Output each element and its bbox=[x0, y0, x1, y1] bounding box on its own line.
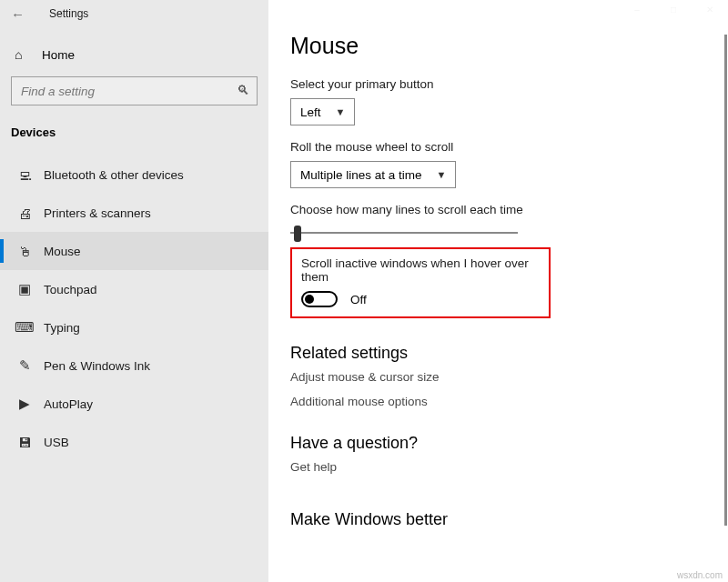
make-better-heading: Make Windows better bbox=[290, 510, 728, 529]
sidebar-item-label: Printers & scanners bbox=[44, 206, 151, 220]
home-icon: ⌂ bbox=[15, 47, 35, 62]
touchpad-icon: ▣ bbox=[15, 281, 35, 297]
sidebar-item-label: Pen & Windows Ink bbox=[44, 359, 150, 373]
link-additional-mouse[interactable]: Additional mouse options bbox=[290, 395, 728, 408]
question-heading: Have a question? bbox=[290, 434, 728, 453]
wheel-scroll-block: Roll the mouse wheel to scroll Multiple … bbox=[290, 140, 728, 188]
autoplay-icon: ▶ bbox=[15, 396, 35, 412]
wheel-scroll-label: Roll the mouse wheel to scroll bbox=[290, 140, 728, 154]
home-button[interactable]: ⌂ Home bbox=[0, 36, 268, 73]
sidebar-item-typing[interactable]: ⌨ Typing bbox=[0, 308, 268, 346]
app-title: Settings bbox=[49, 7, 88, 20]
nav-list: 💻︎ Bluetooth & other devices 🖨︎ Printers… bbox=[0, 156, 268, 461]
sidebar-item-usb[interactable]: 💾︎ USB bbox=[0, 423, 268, 461]
page-title: Mouse bbox=[290, 33, 728, 59]
search-container: 🔍︎ bbox=[0, 73, 268, 113]
content-inner: Mouse Select your primary button Left ▼ … bbox=[268, 0, 728, 582]
bluetooth-icon: 💻︎ bbox=[15, 167, 35, 183]
pen-icon: ✎ bbox=[15, 357, 35, 374]
sidebar-item-label: USB bbox=[44, 436, 69, 449]
related-heading: Related settings bbox=[290, 344, 728, 363]
home-label: Home bbox=[42, 48, 75, 62]
sidebar-item-bluetooth[interactable]: 💻︎ Bluetooth & other devices bbox=[0, 156, 268, 194]
back-icon[interactable]: ← bbox=[11, 6, 31, 22]
dropdown-value: Left bbox=[300, 105, 321, 119]
printer-icon: 🖨︎ bbox=[15, 206, 35, 221]
lines-block: Choose how many lines to scroll each tim… bbox=[290, 203, 728, 242]
search-box[interactable]: 🔍︎ bbox=[11, 76, 258, 105]
sidebar-item-label: Typing bbox=[44, 321, 80, 335]
highlight-box: Scroll inactive windows when I hover ove… bbox=[290, 247, 551, 318]
link-get-help[interactable]: Get help bbox=[290, 460, 728, 474]
inactive-toggle[interactable] bbox=[301, 291, 338, 307]
sidebar: ← Settings ⌂ Home 🔍︎ Devices 💻︎ Bluetoot… bbox=[0, 0, 268, 582]
titlebar: ← Settings bbox=[0, 0, 268, 27]
inactive-toggle-row: Off bbox=[301, 291, 540, 307]
usb-icon: 💾︎ bbox=[15, 435, 35, 450]
sidebar-item-autoplay[interactable]: ▶ AutoPlay bbox=[0, 385, 268, 423]
content-pane: – □ ✕ Mouse Select your primary button L… bbox=[268, 0, 728, 582]
toggle-state: Off bbox=[350, 293, 367, 306]
search-input[interactable] bbox=[12, 77, 257, 105]
primary-button-label: Select your primary button bbox=[290, 77, 728, 91]
lines-slider[interactable] bbox=[290, 224, 518, 242]
sidebar-item-printers[interactable]: 🖨︎ Printers & scanners bbox=[0, 194, 268, 232]
primary-button-dropdown[interactable]: Left ▼ bbox=[290, 98, 355, 125]
link-adjust-mouse[interactable]: Adjust mouse & cursor size bbox=[290, 370, 728, 384]
sidebar-item-mouse[interactable]: 🖱︎ Mouse bbox=[0, 232, 268, 270]
wheel-scroll-dropdown[interactable]: Multiple lines at a time ▼ bbox=[290, 161, 456, 188]
chevron-down-icon: ▼ bbox=[336, 106, 346, 117]
sidebar-item-label: AutoPlay bbox=[44, 397, 93, 411]
lines-label: Choose how many lines to scroll each tim… bbox=[290, 203, 728, 216]
toggle-knob bbox=[305, 295, 314, 304]
category-header: Devices bbox=[0, 113, 268, 148]
sidebar-item-touchpad[interactable]: ▣ Touchpad bbox=[0, 270, 268, 308]
watermark: wsxdn.com bbox=[677, 570, 723, 580]
mouse-icon: 🖱︎ bbox=[15, 244, 35, 259]
sidebar-item-pen[interactable]: ✎ Pen & Windows Ink bbox=[0, 346, 268, 385]
sidebar-item-label: Mouse bbox=[44, 245, 81, 258]
slider-thumb[interactable] bbox=[294, 226, 301, 242]
primary-button-block: Select your primary button Left ▼ bbox=[290, 77, 728, 125]
inactive-label: Scroll inactive windows when I hover ove… bbox=[301, 256, 540, 284]
slider-track bbox=[290, 232, 518, 234]
search-icon: 🔍︎ bbox=[237, 83, 249, 97]
sidebar-item-label: Bluetooth & other devices bbox=[44, 168, 184, 182]
dropdown-value: Multiple lines at a time bbox=[300, 168, 422, 182]
keyboard-icon: ⌨ bbox=[15, 319, 35, 336]
chevron-down-icon: ▼ bbox=[437, 169, 447, 180]
sidebar-item-label: Touchpad bbox=[44, 283, 97, 296]
